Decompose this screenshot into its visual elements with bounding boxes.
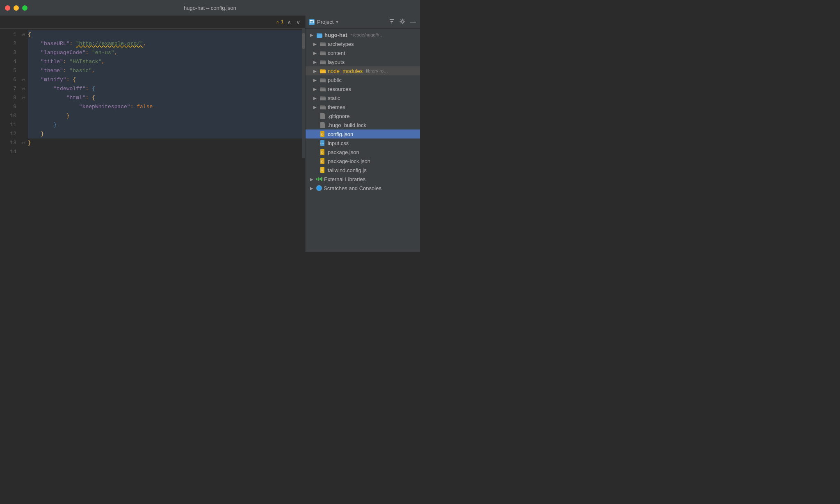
sidebar-item-config-json[interactable]: {} config.json bbox=[306, 129, 420, 138]
colon: : bbox=[66, 75, 73, 84]
gutter-11 bbox=[20, 120, 28, 129]
svg-text:{}: {} bbox=[321, 151, 324, 154]
sidebar-item-layouts[interactable]: layouts bbox=[306, 57, 420, 66]
code-line: { bbox=[28, 30, 302, 39]
main-content: ⚠ 1 ∧ ∨ 1 2 3 4 5 6 7 8 9 10 11 12 13 14 bbox=[0, 16, 420, 252]
settings-icon-button[interactable] bbox=[399, 18, 406, 26]
indent bbox=[28, 57, 41, 66]
colon: : bbox=[63, 57, 70, 66]
maximize-button[interactable] bbox=[22, 5, 27, 11]
svg-rect-17 bbox=[320, 79, 322, 80]
nav-down-button[interactable]: ∨ bbox=[294, 18, 302, 26]
line-numbers: 1 2 3 4 5 6 7 8 9 10 11 12 13 14 bbox=[0, 29, 20, 158]
code-line: } bbox=[28, 129, 302, 138]
sidebar-item-themes[interactable]: themes bbox=[306, 102, 420, 111]
tree-item-label-gitignore: .gitignore bbox=[328, 113, 349, 119]
tree-item-label-layouts: layouts bbox=[328, 59, 345, 65]
close-button[interactable] bbox=[5, 5, 10, 11]
sidebar-item-public[interactable]: public bbox=[306, 75, 420, 84]
file-icon-tailwind-config-js: JS bbox=[320, 167, 326, 173]
json-key: "baseURL" bbox=[41, 39, 69, 48]
indent bbox=[28, 129, 41, 138]
svg-rect-13 bbox=[320, 61, 322, 62]
tree-arrow-node-modules bbox=[312, 68, 318, 74]
tree-item-label-package-json: package.json bbox=[328, 149, 359, 155]
brace: } bbox=[28, 138, 31, 148]
svg-text:css: css bbox=[320, 142, 324, 145]
colon: : bbox=[63, 66, 70, 75]
code-line bbox=[28, 148, 302, 157]
tree-item-label-package-lock-json: package-lock.json bbox=[328, 158, 370, 164]
fold-icon-8[interactable]: ⊟ bbox=[20, 93, 28, 102]
empty bbox=[28, 148, 31, 157]
fold-icon-13[interactable]: ⊟ bbox=[20, 138, 28, 148]
sidebar-item-archetypes[interactable]: archetypes bbox=[306, 39, 420, 48]
json-key: "keepWhitespace" bbox=[79, 102, 130, 111]
folder-icon-archetypes bbox=[320, 41, 326, 47]
indent bbox=[28, 93, 66, 102]
sidebar-item-content[interactable]: content bbox=[306, 48, 420, 57]
filter-icon-button[interactable] bbox=[388, 18, 395, 26]
fold-icon-1[interactable]: ⊟ bbox=[20, 30, 28, 39]
collapse-icon-button[interactable]: — bbox=[409, 18, 417, 26]
gutter-3 bbox=[20, 48, 28, 57]
sidebar: Project ▼ — bbox=[305, 16, 420, 252]
json-value: "http://example.org/" bbox=[76, 39, 143, 48]
tree-item-label-themes: themes bbox=[328, 104, 345, 110]
tree-expand-arrow bbox=[309, 32, 315, 38]
tree-arrow-content bbox=[312, 50, 318, 56]
file-tree[interactable]: hugo-hat ~/code/hugo/h… archetypes bbox=[306, 29, 420, 252]
colon: : bbox=[85, 93, 92, 102]
sidebar-item-external-libraries[interactable]: External Libraries bbox=[306, 175, 420, 184]
folder-icon bbox=[316, 32, 323, 38]
sidebar-item-static[interactable]: static bbox=[306, 93, 420, 102]
gutter-14 bbox=[20, 148, 28, 157]
fold-icon-6[interactable]: ⊟ bbox=[20, 75, 28, 84]
tree-item-label-archetypes: archetypes bbox=[328, 41, 354, 47]
sidebar-item-tailwind-config-js[interactable]: JS tailwind.config.js bbox=[306, 166, 420, 175]
tree-item-label-content: content bbox=[328, 50, 345, 56]
sidebar-item-package-lock-json[interactable]: {} package-lock.json bbox=[306, 157, 420, 166]
sidebar-item-scratches-consoles[interactable]: Scratches and Consoles bbox=[306, 184, 420, 193]
code-lines[interactable]: { "baseURL": "http://example.org/", "lan… bbox=[28, 29, 302, 158]
folder-icon-layouts bbox=[320, 59, 326, 65]
tree-arrow-themes bbox=[312, 104, 318, 110]
project-label[interactable]: Project ▼ bbox=[317, 19, 339, 25]
tree-root-item[interactable]: hugo-hat ~/code/hugo/h… bbox=[306, 30, 420, 39]
svg-rect-21 bbox=[320, 97, 322, 98]
code-line: "title": "HATstack", bbox=[28, 57, 302, 66]
json-key: "html" bbox=[66, 93, 86, 102]
brace: { bbox=[28, 30, 31, 39]
code-line: "minify": { bbox=[28, 75, 302, 84]
svg-rect-11 bbox=[320, 52, 322, 53]
code-line: "html": { bbox=[28, 93, 302, 102]
dropdown-arrow-icon: ▼ bbox=[335, 20, 339, 24]
editor-toolbar: ⚠ 1 ∧ ∨ bbox=[0, 16, 305, 29]
minimize-button[interactable] bbox=[14, 5, 19, 11]
svg-text:{}: {} bbox=[321, 160, 324, 163]
code-line: "tdewolff": { bbox=[28, 84, 302, 93]
tree-item-label-config-json: config.json bbox=[328, 131, 353, 137]
warning-indicator: ⚠ 1 bbox=[276, 19, 284, 25]
gutter-9 bbox=[20, 102, 28, 111]
sidebar-item-input-css[interactable]: css input.css bbox=[306, 138, 420, 148]
json-key: "title" bbox=[41, 57, 63, 66]
root-folder-name: hugo-hat bbox=[324, 32, 347, 38]
tree-item-label-scratches-consoles: Scratches and Consoles bbox=[324, 185, 381, 191]
code-line: } bbox=[28, 120, 302, 129]
scrollbar-thumb bbox=[302, 33, 305, 49]
tree-item-label-public: public bbox=[328, 77, 342, 83]
sidebar-item-package-json[interactable]: {} package.json bbox=[306, 148, 420, 157]
editor-scrollbar[interactable] bbox=[302, 29, 305, 158]
fold-icon-7[interactable]: ⊟ bbox=[20, 84, 28, 93]
tree-item-label-static: static bbox=[328, 95, 340, 101]
json-key: "tdewolff" bbox=[53, 84, 85, 93]
sidebar-item-hugo-build-lock[interactable]: .hugo_build.lock bbox=[306, 120, 420, 129]
title-bar: hugo-hat – config.json bbox=[0, 0, 420, 16]
nav-up-button[interactable]: ∧ bbox=[285, 18, 293, 26]
indent bbox=[28, 75, 41, 84]
sidebar-item-gitignore[interactable]: .gitignore bbox=[306, 111, 420, 120]
sidebar-item-node-modules[interactable]: node_modules library ro… bbox=[306, 66, 420, 75]
sidebar-item-resources[interactable]: resources bbox=[306, 84, 420, 93]
tree-arrow-static bbox=[312, 95, 318, 101]
